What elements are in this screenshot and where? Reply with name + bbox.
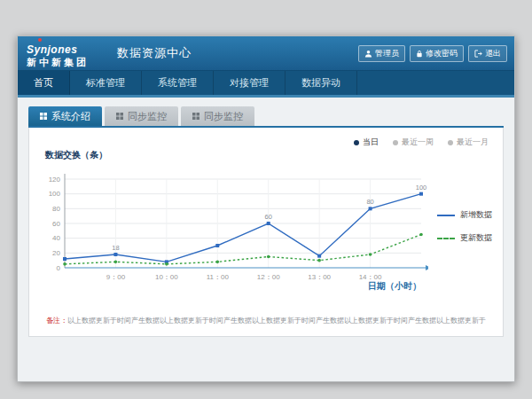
admin-user-label: 管理员 [375, 48, 399, 59]
dot-icon [354, 140, 359, 145]
lock-icon [416, 50, 423, 58]
page-title: 数据资源中心 [117, 36, 192, 70]
main-nav: 首页 标准管理 系统管理 对接管理 数据异动 [18, 71, 514, 95]
logout-button[interactable]: 退出 [468, 45, 507, 62]
tab-sync-monitor-1-label: 同步监控 [128, 106, 167, 126]
nav-item-system-management[interactable]: 系统管理 [142, 71, 214, 95]
period-today[interactable]: 当日 [354, 137, 379, 148]
tab-bar: 系统介绍 同步监控 同步监控 [28, 106, 504, 128]
svg-text:60: 60 [265, 213, 272, 221]
logo-red-dot-icon [38, 38, 42, 42]
footnote: 备注：以上数据更新于时间产生数据以上数据更新于时间产生数据以上数据更新于时间产生… [29, 316, 503, 325]
legend-update-data: 更新数据 [437, 232, 492, 244]
nav-item-data-change[interactable]: 数据异动 [286, 71, 357, 95]
tab-sync-monitor-2[interactable]: 同步监控 [181, 106, 254, 126]
nav-item-home[interactable]: 首页 [18, 71, 70, 95]
svg-text:9：00: 9：00 [106, 273, 126, 281]
logout-label: 退出 [485, 48, 501, 59]
series-legend: 新增数据 更新数据 [437, 209, 492, 244]
svg-text:20: 20 [52, 249, 60, 257]
legend-new-data-label: 新增数据 [460, 209, 492, 221]
logout-icon [474, 50, 482, 58]
change-password-button[interactable]: 修改密码 [410, 45, 464, 62]
period-today-label: 当日 [363, 137, 379, 148]
chart-panel: 当日 最近一周 最近一月 数据交换（条） 0204060801001209：00… [28, 128, 504, 337]
grid-icon [192, 113, 200, 120]
grid-icon [40, 113, 47, 120]
line-chart: 0204060801001209：0010：0011：0012：0013：001… [38, 167, 428, 291]
tab-sync-monitor-1[interactable]: 同步监控 [105, 106, 178, 126]
svg-text:80: 80 [366, 198, 373, 206]
top-header: Synjones 新中新集团 数据资源中心 管理员 修改密码 退出 [18, 36, 514, 71]
grid-icon [116, 113, 123, 120]
change-password-label: 修改密码 [426, 48, 458, 59]
tab-system-intro-label: 系统介绍 [51, 106, 90, 126]
app-window: Synjones 新中新集团 数据资源中心 管理员 修改密码 退出 首页 标准管… [17, 35, 515, 382]
content-area: 系统介绍 同步监控 同步监控 当日 最近一周 [18, 98, 514, 337]
company-name: 新中新集团 [27, 57, 89, 68]
tab-sync-monitor-2-label: 同步监控 [204, 106, 243, 126]
svg-text:11：00: 11：00 [207, 273, 230, 281]
legend-update-data-label: 更新数据 [460, 232, 492, 244]
svg-text:100: 100 [49, 190, 61, 198]
company-logo: Synjones 新中新集团 [27, 40, 89, 68]
line-swatch-icon [437, 215, 455, 216]
y-axis-title: 数据交换（条） [45, 149, 107, 161]
dot-icon [448, 140, 453, 145]
period-last-week[interactable]: 最近一周 [393, 137, 434, 148]
period-last-week-label: 最近一周 [402, 137, 434, 148]
dot-icon [393, 140, 398, 145]
svg-text:40: 40 [52, 234, 60, 242]
period-last-month[interactable]: 最近一月 [448, 137, 489, 148]
legend-new-data: 新增数据 [437, 209, 492, 221]
svg-text:60: 60 [52, 220, 60, 228]
svg-text:13：00: 13：00 [308, 273, 331, 281]
period-filter: 当日 最近一周 最近一月 [354, 137, 489, 148]
admin-user-button[interactable]: 管理员 [358, 45, 405, 62]
svg-text:10：00: 10：00 [155, 273, 178, 281]
svg-text:100: 100 [416, 184, 427, 192]
brand-name: Synjones [27, 43, 77, 56]
svg-text:120: 120 [49, 176, 61, 184]
svg-text:12：00: 12：00 [257, 273, 280, 281]
x-axis-title: 日期（小时） [368, 280, 421, 293]
svg-text:0: 0 [57, 264, 61, 272]
svg-text:18: 18 [112, 244, 119, 252]
user-actions: 管理员 修改密码 退出 [358, 45, 507, 62]
footnote-text: 以上数据更新于时间产生数据以上数据更新于时间产生数据以上数据更新于时间产生数据以… [67, 317, 486, 325]
nav-item-interface-management[interactable]: 对接管理 [214, 71, 286, 95]
line-swatch-icon [437, 238, 455, 239]
svg-text:80: 80 [52, 205, 60, 213]
period-last-month-label: 最近一月 [457, 137, 489, 148]
nav-item-standard-management[interactable]: 标准管理 [70, 71, 142, 95]
footnote-label: 备注： [46, 317, 67, 325]
user-icon [364, 50, 372, 58]
tab-system-intro[interactable]: 系统介绍 [28, 106, 102, 126]
